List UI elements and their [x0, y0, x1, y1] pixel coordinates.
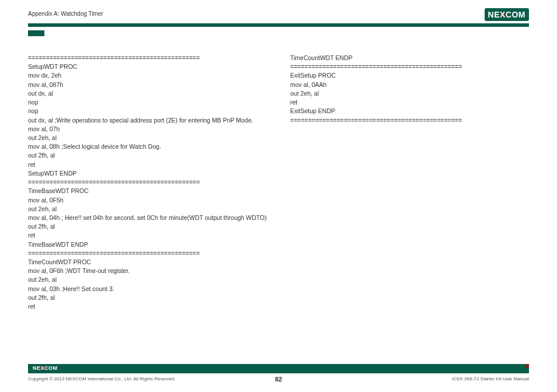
code-block-2: TimeCountWDT ENDP ======================…	[290, 54, 529, 125]
main-content: ========================================…	[28, 54, 529, 311]
column-left: ========================================…	[28, 54, 267, 311]
manual-name: ICEK 268-T2 Starter Kit User Manual	[452, 376, 529, 382]
header-accent-block	[28, 30, 44, 36]
page-number: 82	[275, 376, 282, 383]
logo-x-icon: X	[500, 10, 506, 19]
nexcom-logo-bottom: NEXCOM	[30, 362, 60, 372]
logo-ne: NE	[488, 10, 500, 19]
header-title: Appendix A: Watchdog Timer	[28, 10, 103, 17]
logo-com-sm: COM	[44, 365, 58, 371]
header-rule	[28, 23, 529, 27]
footer-dots-icon	[520, 364, 529, 373]
column-right: TimeCountWDT ENDP ======================…	[290, 54, 529, 311]
nexcom-logo-top: NEXCOM	[485, 8, 529, 21]
copyright-text: Copyright © 2013 NEXCOM International Co…	[28, 376, 176, 382]
logo-com: COM	[506, 10, 525, 19]
logo-ne-sm: NE	[33, 365, 41, 371]
logo-x-icon-sm: X	[41, 365, 45, 371]
code-block-1: ========================================…	[28, 54, 267, 311]
footer-bar	[28, 364, 529, 373]
